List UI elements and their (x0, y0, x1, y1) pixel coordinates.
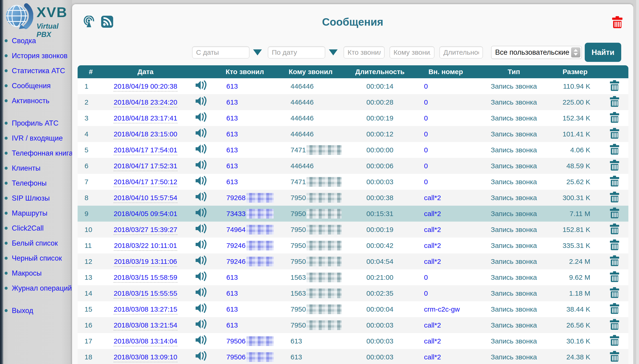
date-link[interactable]: 2018/04/18 23:24:20 (114, 98, 177, 108)
date-link[interactable]: 2018/03/08 13:27:15 (114, 305, 177, 314)
delete-row-icon[interactable] (610, 255, 619, 266)
delete-row-icon[interactable] (610, 271, 619, 282)
speaker-icon[interactable] (195, 335, 207, 345)
sidebar-item-статистика-атс[interactable]: Статистика АТС (2, 63, 70, 78)
date-link[interactable]: 2018/04/19 00:20:38 (114, 82, 177, 92)
sidebar-item-журнал-операций[interactable]: Журнал операций (2, 281, 70, 296)
sidebar-item-label[interactable]: Click2Call (12, 224, 44, 232)
caller-link[interactable]: 613 (226, 178, 238, 186)
caller-link[interactable]: 613 (226, 130, 238, 138)
extension-link[interactable]: call*2 (424, 337, 441, 345)
extension-link[interactable]: 0 (424, 274, 428, 281)
date-link[interactable]: 2018/04/18 23:15:00 (114, 130, 177, 140)
sidebar-item-черный-список[interactable]: Черный список (2, 251, 70, 266)
caller-input[interactable] (344, 46, 384, 58)
sidebar-item-белый-список[interactable]: Белый список (2, 236, 70, 251)
delete-row-icon[interactable] (610, 319, 619, 330)
sidebar-item-сводка[interactable]: Сводка (2, 33, 70, 48)
speaker-icon[interactable] (195, 272, 207, 282)
sidebar-item-label[interactable]: Белый список (12, 239, 58, 248)
sidebar-item-label[interactable]: Маршруты (12, 209, 47, 218)
delete-row-icon[interactable] (610, 239, 619, 250)
extension-link[interactable]: call*2 (424, 226, 441, 233)
delete-row-icon[interactable] (610, 96, 619, 107)
sidebar-item-label[interactable]: Телефоны (12, 179, 47, 188)
extension-link[interactable]: 0 (424, 130, 428, 138)
caller-link[interactable]: 613 (226, 114, 238, 122)
sidebar-item-label[interactable]: Выход (12, 306, 33, 315)
extension-link[interactable]: call*2 (424, 242, 441, 249)
delete-row-icon[interactable] (610, 351, 619, 362)
delete-row-icon[interactable] (610, 128, 619, 139)
extension-link[interactable]: 0 (424, 98, 428, 106)
speaker-icon[interactable] (195, 319, 207, 330)
speaker-icon[interactable] (195, 224, 207, 234)
caller-link[interactable]: 73433 (226, 210, 246, 218)
date-link[interactable]: 2018/03/27 15:39:27 (114, 226, 177, 235)
date-link[interactable]: 2018/03/22 10:11:01 (114, 242, 177, 251)
delete-row-icon[interactable] (610, 160, 619, 170)
caller-link[interactable]: 613 (226, 305, 238, 313)
speaker-icon[interactable] (195, 287, 207, 298)
sidebar-item-label[interactable]: Сообщения (12, 82, 51, 90)
sidebar-item-sip-шлюзы[interactable]: SIP Шлюзы (2, 191, 70, 206)
sidebar-item-label[interactable]: Статистика АТС (12, 67, 65, 75)
delete-row-icon[interactable] (610, 144, 619, 155)
date-link[interactable]: 2018/03/08 13:14:04 (114, 337, 177, 346)
caller-link[interactable]: 613 (226, 321, 238, 329)
speaker-icon[interactable] (195, 112, 207, 122)
caller-link[interactable]: 613 (226, 290, 238, 297)
callee-input[interactable] (390, 46, 434, 58)
speaker-icon[interactable] (195, 256, 207, 266)
caller-link[interactable]: 613 (226, 162, 238, 170)
date-link[interactable]: 2018/04/18 23:17:41 (114, 114, 177, 124)
speaker-icon[interactable] (195, 192, 207, 202)
date-link[interactable]: 2018/03/19 13:11:06 (114, 258, 177, 267)
caller-link[interactable]: 74964 (226, 226, 246, 233)
delete-row-icon[interactable] (610, 112, 619, 123)
extension-link[interactable]: call*2 (424, 210, 441, 218)
sidebar-item-ivr-входящие[interactable]: IVR / входящие (2, 131, 70, 146)
date-to-picker-icon[interactable] (329, 50, 338, 56)
extension-link[interactable]: call*2 (424, 353, 441, 361)
extension-link[interactable]: 0 (424, 82, 428, 90)
caller-link[interactable]: 613 (226, 98, 238, 106)
delete-row-icon[interactable] (610, 335, 619, 346)
caller-link[interactable]: 79506 (226, 353, 246, 361)
delete-row-icon[interactable] (610, 224, 619, 234)
caller-link[interactable]: 79246 (226, 242, 246, 249)
sidebar-item-label[interactable]: Черный список (12, 254, 62, 262)
date-link[interactable]: 2018/04/17 17:54:01 (114, 146, 177, 155)
date-link[interactable]: 2018/03/08 13:09:10 (114, 353, 177, 362)
sidebar-item-активность[interactable]: Активность (2, 93, 70, 108)
sidebar-item-сообщения[interactable]: Сообщения (2, 78, 70, 93)
date-link[interactable]: 2018/03/15 15:55:55 (114, 290, 177, 299)
extension-link[interactable]: 0 (424, 178, 428, 186)
sidebar-item-клиенты[interactable]: Клиенты (2, 161, 70, 176)
date-link[interactable]: 2018/03/15 15:58:59 (114, 274, 177, 283)
sidebar-item-label[interactable]: Журнал операций (12, 284, 72, 292)
speaker-icon[interactable] (195, 96, 207, 106)
date-link[interactable]: 2018/04/05 09:54:01 (114, 210, 177, 219)
caller-link[interactable]: 613 (226, 82, 238, 90)
caller-link[interactable]: 79268 (226, 194, 246, 202)
speaker-icon[interactable] (195, 303, 207, 314)
delete-row-icon[interactable] (610, 287, 619, 298)
sidebar-item-профиль-атс[interactable]: Профиль АТС (2, 116, 70, 131)
extension-link[interactable]: 0 (424, 114, 428, 122)
date-from-picker-icon[interactable] (253, 50, 262, 56)
caller-link[interactable]: 79506 (226, 337, 246, 345)
caller-link[interactable]: 79246 (226, 258, 246, 265)
sidebar-item-выход[interactable]: Выход (2, 303, 70, 318)
speaker-icon[interactable] (195, 208, 207, 218)
speaker-icon[interactable] (195, 240, 207, 250)
sidebar-item-телефонная-книга[interactable]: Телефонная книга (2, 146, 70, 161)
delete-row-icon[interactable] (610, 208, 619, 218)
speaker-icon[interactable] (195, 176, 207, 186)
sidebar-item-label[interactable]: История звонков (12, 52, 68, 60)
sidebar-item-click2call[interactable]: Click2Call (2, 221, 70, 236)
sidebar-item-маршруты[interactable]: Маршруты (2, 206, 70, 221)
caller-link[interactable]: 613 (226, 146, 238, 154)
sidebar-item-label[interactable]: Макросы (12, 269, 42, 278)
date-link[interactable]: 2018/04/10 15:57:54 (114, 194, 177, 203)
